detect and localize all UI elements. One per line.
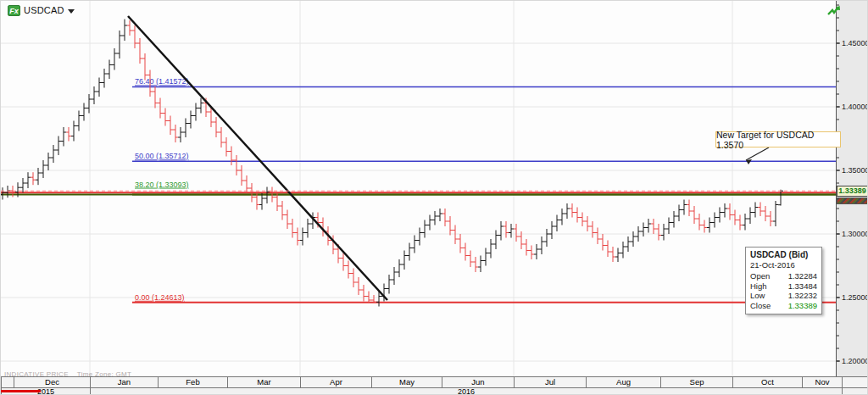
target-annotation[interactable]: New Target for USDCAD 1.3570 (715, 131, 841, 147)
fib-level-label: 50.00 (1.35712) (135, 152, 189, 160)
price-tick-label: 1.20000 (842, 357, 868, 365)
footnote: INDICATIVE PRICETime Zone: GMT (4, 370, 140, 378)
fib-level-label: 0.00 (1.24613) (135, 293, 185, 302)
trend-flash-icon[interactable] (826, 3, 842, 19)
ohlc-bars (1, 19, 783, 307)
price-tick-label: 1.25000 (842, 293, 868, 302)
current-price-badge: 1.33389 (837, 186, 868, 197)
fx-instrument-icon: Fx (8, 5, 20, 16)
price-tick-label: 1.30000 (842, 230, 868, 238)
red-corner-marker (1, 390, 41, 392)
overlapped-price-labels (837, 198, 868, 204)
tooltip-row-open: Open1.32284 (750, 271, 817, 281)
fib-level-label: 76.40 (1.41572) (135, 77, 189, 86)
chevron-down-icon[interactable] (68, 9, 75, 14)
time-axis-years[interactable]: 20152016 (1, 387, 868, 395)
gridlines (1, 1, 836, 376)
timezone-label: Time Zone: GMT (77, 370, 131, 378)
tooltip-rows: Open1.32284High1.33484Low1.32232Close1.3… (750, 271, 817, 310)
fibonacci-retracement[interactable]: 76.40 (1.41572)50.00 (1.35712)38.20 (1.3… (132, 77, 836, 302)
fib-level-label: 38.20 (1.33093) (135, 181, 189, 189)
target-annotation-text: New Target for USDCAD 1.3570 (716, 130, 840, 150)
ohlc-tooltip: USDCAD (Bid) 21-Oct-2016 Open1.32284High… (745, 247, 822, 314)
tooltip-row-close: Close1.33389 (750, 301, 817, 311)
price-tick-label: 1.35000 (842, 166, 868, 175)
horizontal-support-lines[interactable] (1, 192, 836, 194)
tooltip-row-high: High1.33484 (750, 281, 817, 292)
symbol-label: USDCAD (24, 5, 64, 15)
tooltip-row-low: Low1.32232 (750, 291, 817, 301)
chart-window: 76.40 (1.41572)50.00 (1.35712)38.20 (1.3… (0, 0, 868, 395)
price-tick-label: 1.40000 (842, 103, 868, 111)
indicative-price-label: INDICATIVE PRICE (4, 370, 69, 378)
year-cell-empty (842, 388, 868, 395)
tooltip-date: 21-Oct-2016 (750, 260, 817, 270)
symbol-selector[interactable]: Fx USDCAD (8, 4, 75, 16)
tooltip-title: USDCAD (Bid) (750, 250, 817, 259)
year-cell-2016: 2016 (90, 388, 842, 395)
chart-canvas: 76.40 (1.41572)50.00 (1.35712)38.20 (1.3… (1, 1, 836, 376)
price-chart-plot-area[interactable]: 76.40 (1.41572)50.00 (1.35712)38.20 (1.3… (1, 1, 836, 376)
price-tick-label: 1.45000 (842, 39, 868, 47)
